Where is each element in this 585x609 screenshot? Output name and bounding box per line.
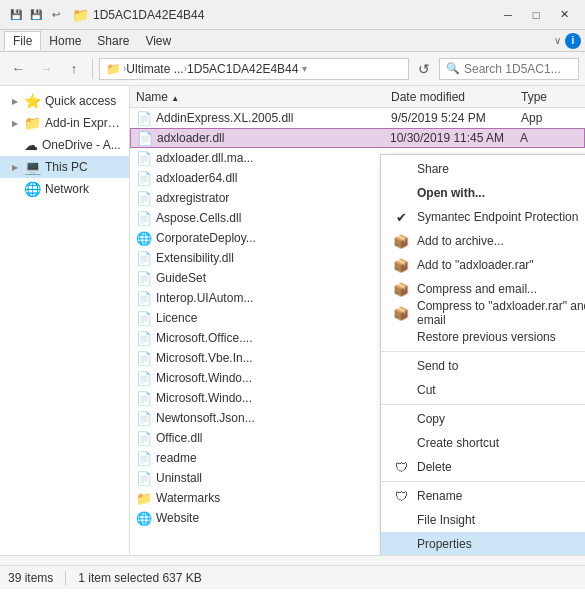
close-button[interactable]: ✕ xyxy=(551,5,577,25)
context-menu-item-rename[interactable]: 🛡Rename xyxy=(381,484,585,508)
context-menu-item-create-shortcut[interactable]: Create shortcut xyxy=(381,431,585,455)
col-header-date[interactable]: Date modified xyxy=(385,90,515,104)
sidebar-item-network[interactable]: ▶ 🌐 Network xyxy=(0,178,129,200)
context-menu-item-share[interactable]: Share xyxy=(381,157,585,181)
ctx-item-icon-placeholder-open-with-header xyxy=(393,185,409,201)
sidebar-item-quick-access[interactable]: ▶ ⭐ Quick access xyxy=(0,90,129,112)
sidebar: ▶ ⭐ Quick access ▶ 📁 Add-in Expre... ▶ ☁… xyxy=(0,86,130,555)
maximize-button[interactable]: □ xyxy=(523,5,549,25)
col-header-name[interactable]: Name ▲ xyxy=(130,90,385,104)
file-name-label: adxregistrator xyxy=(156,191,229,205)
file-icon: 📄 xyxy=(136,151,152,166)
ctx-item-label-delete: Delete xyxy=(417,460,585,474)
file-name-label: Website xyxy=(156,511,199,525)
file-name-cell: 📄adxloader.dll.ma... xyxy=(130,151,385,166)
address-input[interactable]: 📁 › Ultimate ... › 1D5AC1DA42E4B44 ▾ xyxy=(99,58,409,80)
context-menu-item-restore-versions[interactable]: Restore previous versions xyxy=(381,325,585,349)
file-icon: 📄 xyxy=(136,471,152,486)
file-name-label: adxloader.dll xyxy=(157,131,224,145)
context-menu-item-compress-adx-email[interactable]: 📦Compress to "adxloader.rar" and email xyxy=(381,301,585,325)
refresh-button[interactable]: ↺ xyxy=(413,58,435,80)
context-menu-item-compress-email[interactable]: 📦Compress and email... xyxy=(381,277,585,301)
save-icon1[interactable]: 💾 xyxy=(8,7,24,23)
selected-info: 1 item selected 637 KB xyxy=(78,571,201,585)
file-name-label: Licence xyxy=(156,311,197,325)
file-name-label: GuideSet xyxy=(156,271,206,285)
file-list-area[interactable]: Name ▲ Date modified Type 📄AddinExpress.… xyxy=(130,86,585,555)
file-name-label: adxloader.dll.ma... xyxy=(156,151,253,165)
file-icon: 📄 xyxy=(136,391,152,406)
context-menu-item-add-adxloader[interactable]: 📦Add to "adxloader.rar" xyxy=(381,253,585,277)
file-icon: 🌐 xyxy=(136,231,152,246)
context-menu-item-delete[interactable]: 🛡Delete xyxy=(381,455,585,479)
menu-view[interactable]: View xyxy=(137,32,179,50)
context-menu-item-cut[interactable]: Cut xyxy=(381,378,585,402)
ctx-item-label-compress-adx-email: Compress to "adxloader.rar" and email xyxy=(417,299,585,327)
search-icon: 🔍 xyxy=(446,62,460,75)
file-name-cell: 📄Aspose.Cells.dll xyxy=(130,211,385,226)
sidebar-label-quick-access: Quick access xyxy=(45,94,116,108)
back-button[interactable]: ← xyxy=(6,57,30,81)
col-header-type[interactable]: Type xyxy=(515,90,585,104)
context-menu-item-copy[interactable]: Copy xyxy=(381,407,585,431)
context-menu-item-open-with-header[interactable]: Open with... xyxy=(381,181,585,205)
file-name-cell: 📄adxloader.dll xyxy=(131,131,384,146)
file-name-cell: 📄adxregistrator xyxy=(130,191,385,206)
forward-button[interactable]: → xyxy=(34,57,58,81)
sidebar-item-addin[interactable]: ▶ 📁 Add-in Expre... xyxy=(0,112,129,134)
context-menu-item-properties[interactable]: Properties xyxy=(381,532,585,555)
file-name-cell: 📄GuideSet xyxy=(130,271,385,286)
ctx-item-label-cut: Cut xyxy=(417,383,585,397)
context-menu-separator xyxy=(381,481,585,482)
file-type-cell: App xyxy=(515,111,585,125)
sidebar-item-this-pc[interactable]: ▶ 💻 This PC xyxy=(0,156,129,178)
menu-home[interactable]: Home xyxy=(41,32,89,50)
window-controls: ─ □ ✕ xyxy=(495,5,577,25)
window-title: 1D5AC1DA42E4B44 xyxy=(93,8,495,22)
file-date-cell: 10/30/2019 11:45 AM xyxy=(384,131,514,145)
main-area: ▶ ⭐ Quick access ▶ 📁 Add-in Expre... ▶ ☁… xyxy=(0,86,585,555)
file-name-label: Newtonsoft.Json... xyxy=(156,411,255,425)
ctx-item-icon-placeholder-cut xyxy=(393,382,409,398)
ctx-item-label-symantec: Symantec Endpoint Protection xyxy=(417,210,585,224)
ribbon-chevron-icon[interactable]: ∨ xyxy=(554,35,561,46)
context-menu-item-send-to[interactable]: Send to› xyxy=(381,354,585,378)
file-icon: 📄 xyxy=(136,271,152,286)
ctx-item-icon-placeholder-create-shortcut xyxy=(393,435,409,451)
info-icon[interactable]: i xyxy=(565,33,581,49)
file-name-label: Uninstall xyxy=(156,471,202,485)
ctx-item-icon-placeholder-share xyxy=(393,161,409,177)
network-icon: 🌐 xyxy=(24,181,41,197)
address-dropdown-chevron[interactable]: ▾ xyxy=(302,63,307,74)
ctx-item-label-add-adxloader: Add to "adxloader.rar" xyxy=(417,258,585,272)
file-name-cell: 📄Extensibility.dll xyxy=(130,251,385,266)
file-name-cell: 📄adxloader64.dll xyxy=(130,171,385,186)
save-icon2[interactable]: 💾 xyxy=(28,7,44,23)
table-row[interactable]: 📄adxloader.dll10/30/2019 11:45 AMA xyxy=(130,128,585,148)
context-menu-item-file-insight[interactable]: File Insight xyxy=(381,508,585,532)
ctx-item-label-rename: Rename xyxy=(417,489,585,503)
file-icon: 📄 xyxy=(136,351,152,366)
context-menu-item-add-archive[interactable]: 📦Add to archive... xyxy=(381,229,585,253)
ctx-item-label-properties: Properties xyxy=(417,537,585,551)
ribbon-right: ∨ i xyxy=(554,33,581,49)
context-menu-separator xyxy=(381,404,585,405)
menu-file[interactable]: File xyxy=(4,31,41,50)
search-input[interactable] xyxy=(464,62,572,76)
horizontal-scrollbar[interactable] xyxy=(0,555,585,565)
minimize-button[interactable]: ─ xyxy=(495,5,521,25)
context-menu-item-symantec[interactable]: ✔Symantec Endpoint Protection› xyxy=(381,205,585,229)
sidebar-item-onedrive[interactable]: ▶ ☁ OneDrive - A... xyxy=(0,134,129,156)
file-type-cell: A xyxy=(514,131,584,145)
undo-icon[interactable]: ↩ xyxy=(48,7,64,23)
table-row[interactable]: 📄AddinExpress.XL.2005.dll9/5/2019 5:24 P… xyxy=(130,108,585,128)
ctx-item-icon-placeholder-copy xyxy=(393,411,409,427)
ctx-item-label-add-archive: Add to archive... xyxy=(417,234,585,248)
up-button[interactable]: ↑ xyxy=(62,57,86,81)
menu-share[interactable]: Share xyxy=(89,32,137,50)
file-date-cell: 9/5/2019 5:24 PM xyxy=(385,111,515,125)
file-name-label: Watermarks xyxy=(156,491,220,505)
address-path-current: 1D5AC1DA42E4B44 xyxy=(187,62,298,76)
search-box[interactable]: 🔍 xyxy=(439,58,579,80)
file-name-cell: 📄Microsoft.Office.... xyxy=(130,331,385,346)
